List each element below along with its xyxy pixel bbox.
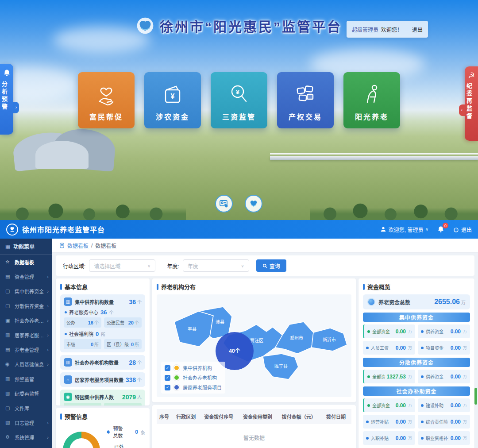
tile-yangguang-yanglao[interactable]: 阳光养老 [343,72,400,128]
trees-decoration [0,200,186,220]
sidebar-item[interactable]: ⚙ 系统管理 › [0,430,52,444]
sub-stat-row: 养老服务中心 36 个 [65,309,142,316]
alert-stat-row: 已处理 0 条 [106,443,145,448]
tile-label: 三资监管 [211,111,267,122]
menu-item-label: 纪委再监督 [15,390,49,397]
title-accent-bar [157,284,158,290]
expand-arrow-icon[interactable]: ‹ [459,104,465,116]
map-legend-item[interactable]: ✓ 集中供养机构 [165,364,222,371]
fund-stat-card: 人员工资 0.00 万 [363,341,415,355]
fund-stat-unit: 万 [463,419,467,425]
sub-stat-value: 36 [100,309,107,316]
center-column: 养老机构分布 [152,278,356,448]
fund-stat-value: 0.00 [451,402,461,409]
sidebar-item[interactable]: ▥ 预警监管 [0,371,52,386]
mini-stat-card: 区（县）级 0 所 [104,339,142,349]
scrollbar-thumb[interactable] [474,388,477,405]
legend-label: 居家养老服务项目 [183,384,222,391]
analysis-warning-tab[interactable]: 分析预警 › [0,64,13,135]
menu-item-icon: ▢ [5,405,12,411]
mini-stat-label: 公建民营 [107,319,128,326]
sidebar-item[interactable]: ▥ 居家养老服务项目 › [0,328,52,342]
fund-stat-unit: 万 [463,374,467,379]
checkbox-checked-icon[interactable]: ✓ [165,375,170,381]
fund-section-items: 全部资金 0.00 万 建设补助 [363,398,470,445]
fund-stat-label: 全部资金 [372,402,393,409]
fund-stat-unit: 万 [463,435,467,441]
map-panel: 养老机构分布 [152,278,356,402]
query-button[interactable]: 查询 [256,259,286,272]
sidebar-item[interactable]: ▣ 社会办养老机构 › [0,313,52,328]
tile-chanquan-jiaoyi[interactable]: 产权交易 [277,72,334,128]
stat-card-social-institutions: ▥ 社会办养老机构数量 28 个 [60,355,145,370]
menu-item-label: 分散供养资金 [15,302,47,309]
expand-arrow-icon[interactable]: › [13,102,19,113]
basic-info-title: 基本信息 [65,282,88,291]
notifications-button[interactable]: 0 [437,226,444,233]
fund-stat-card: 全部资金 0.00 万 [363,398,415,412]
sub-stat-row: 社会福利院 0 所 [65,330,142,337]
mini-stat-value: 0 [91,342,93,347]
checkbox-checked-icon[interactable]: ✓ [165,365,170,371]
fund-stat-unit: 万 [463,402,467,408]
fund-section-header: 分散供养资金 [363,358,470,367]
menu-item-icon: ▢ [5,303,12,309]
fund-stat-label: 职业资格补贴 [426,435,448,441]
tile-label: 涉农资金 [144,111,201,122]
sidebar-item[interactable]: ◉ 人员基础信息 › [0,357,52,371]
sidebar-item[interactable]: ▢ 文件库 [0,401,52,415]
discipline-supervision-tab[interactable]: ☭ 纪委再监督 ‹ [465,66,478,141]
sidebar-item[interactable]: ▢ 集中供养资金 › [0,284,52,298]
bullet-dot [65,311,67,313]
year-filter-label: 年度: [167,262,179,270]
sidebar-item[interactable]: ▤ 养老金管理 › [0,342,52,357]
id-card-icon[interactable] [215,195,233,212]
coin-icon [367,298,375,306]
tile-sanzi-jianguan[interactable]: ¥ 三资监管 [211,72,267,128]
breadcrumb-link-dashboard[interactable]: 数据看板 [67,242,89,249]
checkbox-checked-icon[interactable]: ✓ [165,385,170,390]
alerts-donut [63,432,100,448]
logout-button[interactable]: 退出 [453,226,472,233]
map-legend-item[interactable]: ✓ 居家养老服务项目 [165,384,222,391]
hand-heart-icon [94,82,118,108]
sidebar-item[interactable]: ▢ 分散供养资金 › [0,298,52,313]
map-legend: ✓ 集中供养机构 ✓ 社会办养老机构 [161,362,225,394]
stat-unit: 人 [137,394,142,400]
sub-stat-label: 养老服务中心 [69,309,98,316]
tile-shenong-zijin[interactable]: ¥ 涉农资金 [144,72,201,128]
person-icon [380,226,386,232]
table-header-cell: 序号 [157,409,173,424]
sidebar-item[interactable]: ▥ 纪委再监督 [0,386,52,401]
sidebar-item[interactable]: ▧ 日志管理 › [0,415,52,430]
heart-hands-icon[interactable] [245,195,262,212]
fund-stat-value: 0.00 [451,374,461,380]
title-accent-bar [60,413,62,420]
sidebar-item[interactable]: ☆ 数据看板 [0,255,52,269]
fund-stat-card: 运营补贴 0.00 万 [363,415,415,429]
hero-logout-button[interactable]: 退出 [412,26,423,33]
fund-section: 分散供养资金 全部资金 1327.53 万 [363,358,470,383]
district-label: 邳州市 [290,335,303,340]
panel-title: 基本信息 [60,282,145,291]
mini-stat-card: 公办 16 个 [64,317,101,328]
year-select[interactable]: 年度 ∨ [183,259,249,272]
tile-fumin-bangcu[interactable]: 富民帮促 [78,72,135,128]
alert-stat-unit: 条 [141,429,145,436]
user-menu[interactable]: 欢迎您, 管理员 ∨ [380,226,428,233]
region-select[interactable]: 请选择区域 ∨ [89,259,155,272]
elder-person-icon [360,82,383,108]
menu-item-icon: ⚙ [5,434,12,440]
fund-stat-card: 项目资金 0.00 万 [418,341,470,355]
sidebar-item[interactable]: ▤ 资金管理 › [0,269,52,284]
blocks-trade-icon [293,82,318,107]
district-map[interactable]: 丰县 沛县 贾汪区 邳州市 新沂市 睢宁县 40个 [157,294,351,397]
chevron-down-icon: ∨ [425,227,428,232]
dashboard-header: 徐州市阳光养老监管平台 欢迎您, 管理员 ∨ 0 退出 [0,220,478,239]
tile-label: 产权交易 [277,111,334,122]
map-legend-item[interactable]: ✓ 社会办养老机构 [165,374,222,381]
sub-cards: 五保老人 103 人 三无老人 1976 人 [64,403,142,406]
dashboard-logo [6,224,18,236]
stat-card-centralized-institutions: ▥ 集中供养机构数量 36 个 养老服务中心 36 个 [60,294,145,352]
funds-table: 序号行政区划资金拨付序号资金使用类别拨付金额（元）拨付日期 [157,409,351,424]
